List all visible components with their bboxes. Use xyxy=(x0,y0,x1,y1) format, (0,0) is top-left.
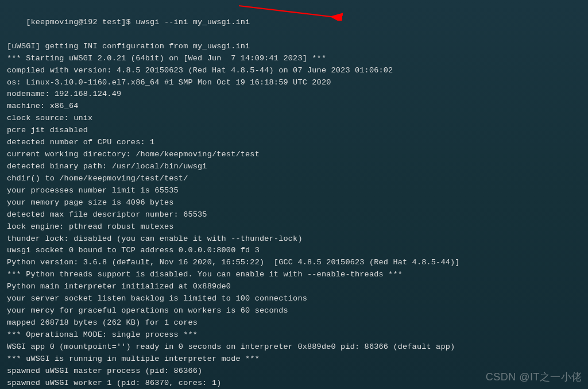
output-line: *** Python threads support is disabled. … xyxy=(7,269,581,281)
output-line: your processes number limit is 65535 xyxy=(7,185,581,197)
prompt-line: [keepmoving@192 test]$ uwsgi --ini my_uw… xyxy=(7,5,581,41)
output-line: thunder lock: disabled (you can enable i… xyxy=(7,233,581,245)
output-line: detected max file descriptor number: 655… xyxy=(7,209,581,221)
output-line: your memory page size is 4096 bytes xyxy=(7,197,581,209)
output-line: nodename: 192.168.124.49 xyxy=(7,88,581,101)
output-line: [uWSGI] getting INI configuration from m… xyxy=(7,41,581,53)
output-line: Python main interpreter initialized at 0… xyxy=(7,281,581,293)
output-line: uwsgi socket 0 bound to TCP address 0.0.… xyxy=(7,245,581,257)
output-line: clock source: unix xyxy=(7,113,581,125)
terminal-output[interactable]: [keepmoving@192 test]$ uwsgi --ini my_uw… xyxy=(7,5,581,389)
output-line: os: Linux-3.10.0-1160.el7.x86_64 #1 SMP … xyxy=(7,77,581,89)
output-line: *** Starting uWSGI 2.0.21 (64bit) on [We… xyxy=(7,53,581,65)
output-line: your server socket listen backlog is lim… xyxy=(7,293,581,305)
watermark-text: CSDN @IT之一小佬 xyxy=(486,369,582,386)
output-line: detected binary path: /usr/local/bin/uws… xyxy=(7,161,581,173)
output-line: compiled with version: 4.8.5 20150623 (R… xyxy=(7,65,581,77)
output-line: lock engine: pthread robust mutexes xyxy=(7,221,581,233)
output-line: mapped 268718 bytes (262 KB) for 1 cores xyxy=(7,317,581,329)
output-line: Python version: 3.6.8 (default, Nov 16 2… xyxy=(7,257,581,269)
output-line: pcre jit disabled xyxy=(7,125,581,137)
output-line: *** uWSGI is running in multiple interpr… xyxy=(7,353,581,365)
output-line: *** Operational MODE: single process *** xyxy=(7,329,581,341)
output-line: your mercy for graceful operations on wo… xyxy=(7,305,581,317)
output-line: detected number of CPU cores: 1 xyxy=(7,137,581,149)
prompt-text: [keepmoving@192 test]$ uwsgi --ini my_uw… xyxy=(26,18,250,26)
output-line: current working directory: /home/keepmov… xyxy=(7,149,581,161)
output-line: machine: x86_64 xyxy=(7,101,581,113)
output-line: chdir() to /home/keepmoving/test/test/ xyxy=(7,173,581,185)
output-line: WSGI app 0 (mountpoint='') ready in 0 se… xyxy=(7,341,581,353)
